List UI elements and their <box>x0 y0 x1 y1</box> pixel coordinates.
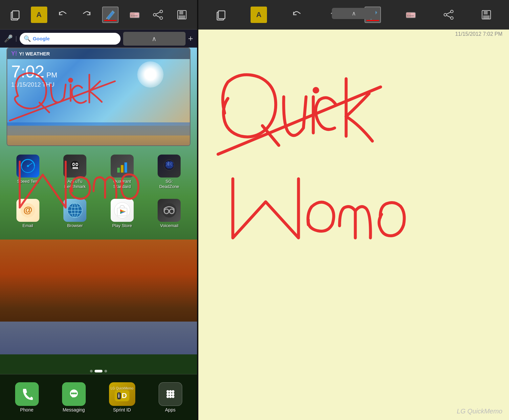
svg-rect-14 <box>179 15 185 19</box>
mic-icon[interactable]: 🎤 <box>4 34 13 43</box>
right-share-icon[interactable] <box>440 7 457 23</box>
quadrant-label: QuadrantStandard <box>113 179 131 189</box>
svg-point-59 <box>166 393 169 395</box>
yahoo-y: Y! <box>11 50 17 57</box>
right-toolbar: A Erase <box>198 0 509 30</box>
svg-point-7 <box>160 10 163 13</box>
right-quickmemo-panel: A Erase <box>198 0 509 420</box>
app-grid-row2: @ Email Browser <box>3 197 194 230</box>
app-playstore[interactable]: Play Store <box>100 199 145 228</box>
svg-point-56 <box>166 390 169 393</box>
sg-label: SG:DeadZone <box>159 179 179 189</box>
email-icon: @ <box>16 199 39 222</box>
dock-phone[interactable]: Phone <box>15 382 39 412</box>
svg-rect-30 <box>124 162 127 173</box>
svg-rect-13 <box>179 10 183 14</box>
antutu-icon <box>63 155 86 178</box>
copy-icon[interactable] <box>7 7 23 23</box>
messaging-label: Messaging <box>63 407 85 412</box>
memo-timestamp: 11/15/2012 7:02 PM <box>455 31 502 37</box>
svg-point-78 <box>444 13 447 16</box>
app-grid-row1: Speed Test AnTuTuBenchmark <box>3 153 194 191</box>
dock-apps[interactable]: Apps <box>159 382 182 412</box>
eraser-icon[interactable]: Erase <box>126 7 143 23</box>
app-browser[interactable]: Browser <box>53 199 98 228</box>
sun-graphic <box>137 61 164 88</box>
right-copy-icon[interactable] <box>213 7 229 23</box>
app-voicemail[interactable]: Voicemail <box>147 199 192 228</box>
svg-point-52 <box>71 392 73 394</box>
playstore-label: Play Store <box>112 223 132 228</box>
expand-button[interactable]: ∧ <box>123 32 186 46</box>
page-dot-3 <box>104 370 107 372</box>
quadrant-icon <box>111 155 134 178</box>
svg-rect-28 <box>117 168 120 173</box>
app-quadrant[interactable]: QuadrantStandard <box>100 155 145 189</box>
svg-point-17 <box>27 165 29 167</box>
quickmemo-handwriting <box>198 26 509 420</box>
lg-quickmemo-label-right: LG QuickMemo <box>457 408 502 415</box>
redo-icon[interactable] <box>78 7 95 23</box>
svg-rect-83 <box>484 10 488 14</box>
undo-icon[interactable] <box>55 7 71 23</box>
sprintid-icon: LG QuickMemo i D <box>109 382 135 406</box>
google-logo: Google <box>33 36 50 41</box>
svg-line-80 <box>447 12 451 14</box>
text-icon[interactable]: A <box>31 7 47 23</box>
right-text-icon[interactable]: A <box>251 7 267 23</box>
svg-rect-71 <box>218 11 225 19</box>
dock-sprintid[interactable]: LG QuickMemo i D Sprint ID <box>109 382 135 412</box>
right-eraser-icon[interactable]: Erase <box>402 7 419 23</box>
svg-line-10 <box>156 12 160 14</box>
page-dot-1 <box>90 370 93 372</box>
weather-widget[interactable]: Y! Y! WEATHER 7:02 PM 11/15/2012 THU Tap… <box>7 48 190 146</box>
antutu-label: AnTuTuBenchmark <box>64 179 86 189</box>
app-sg-deadzone[interactable]: SG:DeadZone <box>147 155 192 189</box>
messaging-icon <box>62 382 86 406</box>
svg-point-64 <box>172 395 174 398</box>
svg-point-8 <box>153 13 156 16</box>
share-icon[interactable] <box>150 7 166 23</box>
right-save-icon[interactable] <box>478 7 495 23</box>
svg-point-87 <box>313 87 319 94</box>
svg-point-9 <box>160 17 163 19</box>
app-email[interactable]: @ Email <box>5 199 51 228</box>
save-icon[interactable] <box>174 7 190 23</box>
svg-text:Erase: Erase <box>407 14 414 17</box>
search-bar: 🎤 | 🔍 Google ∧ + <box>0 30 197 48</box>
dock-messaging[interactable]: Messaging <box>62 382 86 412</box>
svg-point-54 <box>75 392 77 394</box>
svg-point-79 <box>451 17 453 19</box>
svg-text:@: @ <box>23 205 32 215</box>
svg-point-63 <box>169 395 172 398</box>
right-expand-button[interactable]: ∧ <box>332 8 376 19</box>
svg-point-77 <box>451 10 453 13</box>
weather-label: Y! WEATHER <box>19 51 50 56</box>
speedtest-icon <box>16 155 39 178</box>
email-label: Email <box>22 223 33 228</box>
app-speedtest[interactable]: Speed Test <box>5 155 51 189</box>
weather-header: Y! Y! WEATHER <box>7 48 190 59</box>
voicemail-label: Voicemail <box>160 223 178 228</box>
svg-point-22 <box>73 164 75 165</box>
page-dot-2 <box>95 370 102 372</box>
browser-label: Browser <box>67 223 83 228</box>
pencil-icon[interactable] <box>102 7 119 23</box>
sprintid-label: Sprint ID <box>113 407 131 412</box>
svg-point-23 <box>76 164 78 165</box>
plus-icon[interactable]: + <box>188 33 193 44</box>
svg-text:Erase: Erase <box>131 14 138 17</box>
browser-icon <box>63 199 86 222</box>
playstore-icon <box>111 199 134 222</box>
svg-point-57 <box>169 390 172 393</box>
search-icon: 🔍 <box>24 35 31 42</box>
app-antutu[interactable]: AnTuTuBenchmark <box>53 155 98 189</box>
phone-icon <box>15 382 39 406</box>
right-undo-icon[interactable] <box>289 7 305 23</box>
svg-line-81 <box>447 15 451 17</box>
app-dock: Phone Messaging LG QuickMemo <box>0 374 197 420</box>
svg-point-61 <box>172 393 174 395</box>
svg-rect-29 <box>121 165 123 173</box>
google-search-box[interactable]: 🔍 Google <box>20 33 121 45</box>
svg-line-85 <box>262 126 279 145</box>
